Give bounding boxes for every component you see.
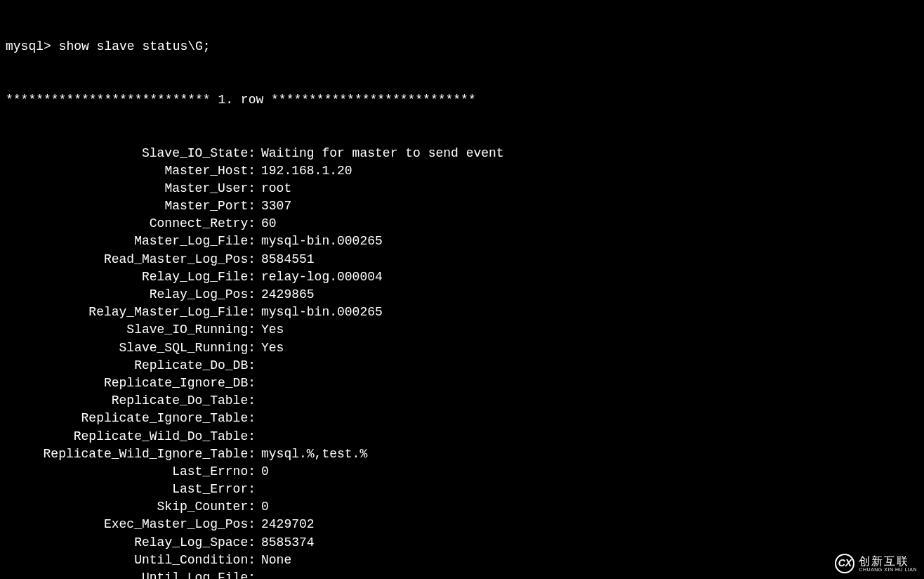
watermark-logo-icon: CX [835,554,854,573]
status-key: Slave_IO_State: [6,145,258,162]
status-value: 192.168.1.20 [258,162,352,180]
status-value: 8584551 [258,251,315,268]
status-key: Skip_Counter: [6,498,258,516]
status-value: relay-log.000004 [258,268,383,286]
status-key: Exec_Master_Log_Pos: [6,516,258,533]
status-value: 2429702 [258,516,315,533]
status-row: Slave_SQL_Running:Yes [6,339,918,357]
status-key: Slave_SQL_Running: [6,339,258,357]
watermark-text: 创新互联 CHUANG XIN HU LIAN [859,556,917,572]
status-key: Master_User: [6,180,258,197]
watermark-en-text: CHUANG XIN HU LIAN [859,567,917,572]
status-row: Relay_Master_Log_File:mysql-bin.000265 [6,304,918,321]
status-row: Skip_Counter:0 [6,498,918,516]
status-key: Master_Port: [6,197,258,215]
mysql-prompt-line: mysql> show slave status\G; [6,38,918,56]
status-key: Replicate_Do_DB: [6,357,258,375]
watermark: CX 创新互联 CHUANG XIN HU LIAN [835,554,917,573]
status-key: Last_Error: [6,481,258,498]
watermark-cn-text: 创新互联 [859,556,917,567]
status-key: Replicate_Ignore_Table: [6,410,258,427]
status-value: mysql.%,test.% [258,445,367,463]
status-key: Read_Master_Log_Pos: [6,251,258,268]
status-key: Last_Errno: [6,463,258,481]
status-key: Slave_IO_Running: [6,321,258,339]
status-key: Relay_Log_Space: [6,534,258,552]
status-key: Master_Log_File: [6,233,258,250]
status-value [258,428,261,445]
status-row: Last_Errno:0 [6,463,918,481]
status-row: Replicate_Do_Table: [6,392,918,410]
status-row: Last_Error: [6,481,918,498]
status-key: Until_Condition: [6,552,258,569]
status-row: Master_Port:3307 [6,197,918,215]
status-row: Connect_Retry:60 [6,215,918,233]
status-row: Replicate_Ignore_Table: [6,410,918,427]
status-key: Replicate_Do_Table: [6,392,258,410]
status-key: Relay_Master_Log_File: [6,304,258,321]
status-key: Relay_Log_File: [6,268,258,286]
slave-status-fields: Slave_IO_State:Waiting for master to sen… [6,145,918,580]
status-value: 60 [258,215,277,233]
status-value: mysql-bin.000265 [258,233,383,250]
status-value: Waiting for master to send event [258,145,504,162]
status-value: 0 [258,463,269,481]
status-row: Relay_Log_File:relay-log.000004 [6,268,918,286]
status-value [258,375,261,392]
status-key: Replicate_Wild_Do_Table: [6,428,258,445]
status-row: Master_Host:192.168.1.20 [6,162,918,180]
status-row: Until_Condition:None [6,552,918,569]
status-value: Yes [258,321,284,339]
status-row: Slave_IO_Running:Yes [6,321,918,339]
status-value [258,357,261,375]
status-row: Replicate_Wild_Ignore_Table:mysql.%,test… [6,445,918,463]
status-key: Connect_Retry: [6,215,258,233]
status-row: Slave_IO_State:Waiting for master to sen… [6,145,918,162]
status-value [258,392,261,410]
status-value [258,569,261,579]
status-row: Replicate_Wild_Do_Table: [6,428,918,445]
status-row: Relay_Log_Pos:2429865 [6,286,918,304]
status-value [258,410,261,427]
status-key: Master_Host: [6,162,258,180]
status-value: Yes [258,339,284,357]
status-key: Replicate_Ignore_DB: [6,375,258,392]
status-row: Read_Master_Log_Pos:8584551 [6,251,918,268]
status-row: Relay_Log_Space:8585374 [6,534,918,552]
terminal-output: mysql> show slave status\G; ************… [6,3,918,579]
status-row: Until_Log_File: [6,569,918,579]
status-key: Relay_Log_Pos: [6,286,258,304]
status-value: 8585374 [258,534,315,552]
status-value [258,481,261,498]
status-row: Master_Log_File:mysql-bin.000265 [6,233,918,250]
status-row: Master_User:root [6,180,918,197]
status-row: Exec_Master_Log_Pos:2429702 [6,516,918,533]
status-row: Replicate_Do_DB: [6,357,918,375]
status-value: 0 [258,498,269,516]
row-separator: *************************** 1. row *****… [6,91,918,109]
status-value: 3307 [258,197,291,215]
status-key: Until_Log_File: [6,569,258,579]
status-value: root [258,180,291,197]
status-value: 2429865 [258,286,315,304]
status-value: mysql-bin.000265 [258,304,383,321]
status-value: None [258,552,291,569]
status-row: Replicate_Ignore_DB: [6,375,918,392]
status-key: Replicate_Wild_Ignore_Table: [6,445,258,463]
